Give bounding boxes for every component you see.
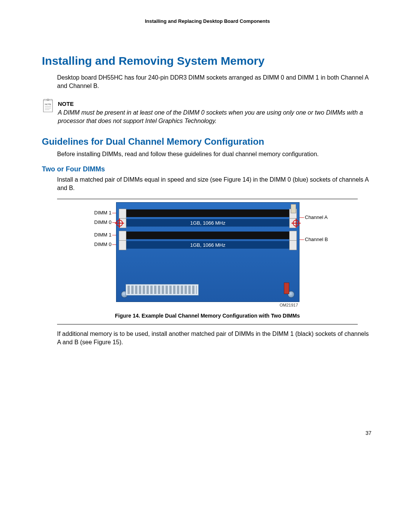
slot-dimm1-channel-b	[119, 232, 296, 239]
figure-om-id: OM21917	[280, 303, 298, 307]
label-dimm1-b: DIMM 1	[89, 232, 112, 238]
note-block: NOTE NOTE A DIMM must be present in at l…	[42, 98, 373, 125]
page-number: 37	[42, 430, 373, 436]
figure-caption: Figure 14. Example Dual Channel Memory C…	[57, 313, 358, 319]
figure-rule-top	[57, 199, 358, 199]
label-dimm1-a: DIMM 1	[89, 210, 112, 216]
slot-dimm0-channel-b: 1GB, 1066 MHz	[119, 241, 296, 249]
mem-spec-b: 1GB, 1066 MHz	[190, 242, 226, 248]
label-dimm0-b: DIMM 0	[89, 241, 112, 247]
dimm-diagram: DIMM 1 DIMM 0 DIMM 1 DIMM 0 Channel A Ch…	[74, 202, 341, 309]
subsection-heading-two-four: Two or Four DIMMs	[42, 165, 373, 173]
mem-spec-a: 1GB, 1066 MHz	[190, 220, 226, 226]
target-marker	[293, 220, 299, 227]
intro-paragraph: Desktop board DH55HC has four 240-pin DD…	[57, 73, 373, 90]
note-text: A DIMM must be present in at least one o…	[58, 109, 373, 125]
small-chip	[291, 204, 296, 213]
note-label: NOTE	[58, 101, 373, 107]
atx-connector	[126, 284, 199, 296]
red-component	[284, 283, 289, 294]
label-dimm0-a: DIMM 0	[89, 219, 112, 225]
motherboard-illustration: 1GB, 1066 MHz 1GB, 1066 MHz	[116, 202, 299, 302]
note-icon: NOTE	[42, 98, 54, 114]
two-dimms-paragraph: Install a matched pair of DIMMs equal in…	[57, 176, 373, 192]
page-title: Installing and Removing System Memory	[42, 54, 373, 67]
note-icon-text: NOTE	[45, 103, 51, 105]
after-figure-paragraph: If additional memory is to be used, inst…	[57, 330, 373, 346]
label-channel-b: Channel B	[305, 236, 328, 242]
figure-14: DIMM 1 DIMM 0 DIMM 1 DIMM 0 Channel A Ch…	[57, 202, 358, 319]
label-channel-a: Channel A	[305, 214, 328, 220]
slot-dimm1-channel-a	[119, 209, 296, 217]
running-header: Installing and Replacing Desktop Board C…	[42, 18, 373, 24]
svg-point-0	[47, 99, 49, 101]
slot-dimm0-channel-a: 1GB, 1066 MHz	[119, 219, 296, 227]
guidelines-intro: Before installing DIMMs, read and follow…	[57, 150, 373, 158]
section-heading-guidelines: Guidelines for Dual Channel Memory Confi…	[42, 136, 373, 147]
figure-rule-bottom	[57, 324, 358, 324]
